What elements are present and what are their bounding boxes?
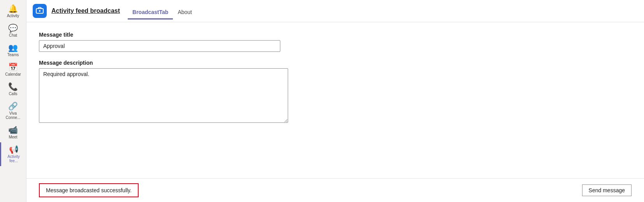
app-title: Activity feed broadcast (51, 7, 120, 14)
message-title-label: Message title (39, 32, 632, 38)
activity-icon: 🔔 (8, 5, 18, 12)
app-icon (33, 4, 47, 18)
svg-point-1 (39, 10, 40, 12)
message-description-group: Message description (39, 60, 632, 123)
chat-icon: 💬 (8, 24, 18, 32)
send-message-button[interactable]: Send message (582, 184, 632, 196)
sidebar-item-label-calendar: Calendar (5, 72, 21, 76)
sidebar-item-label-activity-feed: Activity fee... (3, 154, 25, 163)
sidebar-item-meet[interactable]: 📹 Meet (0, 123, 26, 142)
sidebar-item-chat[interactable]: 💬 Chat (0, 21, 26, 41)
message-title-input[interactable] (39, 40, 280, 52)
message-description-label: Message description (39, 60, 632, 66)
sidebar-item-label-activity: Activity (7, 14, 19, 18)
sidebar-item-label-chat: Chat (9, 33, 17, 37)
sidebar: 🔔 Activity 💬 Chat 👥 Teams 📅 Calendar 📞 C… (0, 0, 26, 202)
sidebar-item-label-calls: Calls (9, 92, 17, 96)
sidebar-item-label-viva: Viva Conne... (2, 111, 25, 120)
activity-feed-icon: 📢 (9, 145, 19, 153)
bottom-bar: Message broadcasted successfully. Send m… (26, 178, 644, 202)
tab-about[interactable]: About (173, 7, 197, 19)
sidebar-item-activity-feed[interactable]: 📢 Activity fee... (0, 142, 26, 166)
success-message: Message broadcasted successfully. (39, 183, 139, 197)
sidebar-item-label-teams: Teams (7, 53, 19, 57)
teams-icon: 👥 (8, 44, 18, 51)
sidebar-item-activity[interactable]: 🔔 Activity (0, 2, 26, 21)
meet-icon: 📹 (8, 126, 18, 134)
calls-icon: 📞 (8, 83, 18, 90)
tab-bar: BroadcastTab About (128, 4, 197, 18)
calendar-icon: 📅 (8, 63, 18, 71)
app-header: Activity feed broadcast BroadcastTab Abo… (26, 0, 644, 22)
sidebar-item-viva[interactable]: 🔗 Viva Conne... (0, 99, 26, 123)
message-title-group: Message title (39, 32, 632, 52)
sidebar-item-label-meet: Meet (9, 135, 17, 139)
sidebar-item-teams[interactable]: 👥 Teams (0, 41, 26, 60)
main-content: Activity feed broadcast BroadcastTab Abo… (26, 0, 644, 202)
form-content: Message title Message description (26, 22, 644, 178)
sidebar-item-calendar[interactable]: 📅 Calendar (0, 60, 26, 80)
message-description-textarea[interactable] (39, 68, 288, 123)
viva-icon: 🔗 (8, 102, 18, 110)
sidebar-item-calls[interactable]: 📞 Calls (0, 80, 26, 99)
tab-broadcast[interactable]: BroadcastTab (128, 7, 173, 19)
